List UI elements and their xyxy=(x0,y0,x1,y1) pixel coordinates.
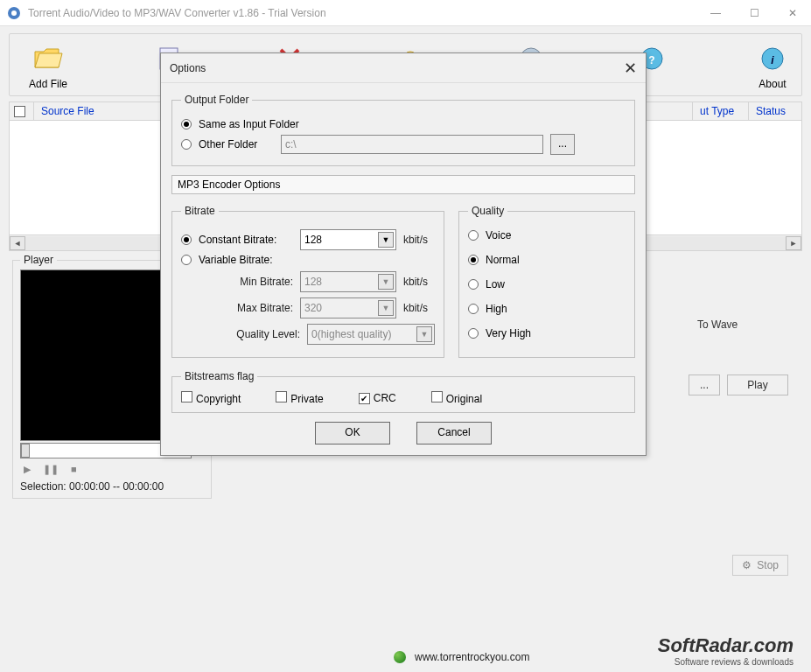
bitrate-legend: Bitrate xyxy=(181,205,219,217)
selection-text: Selection: 00:00:00 -- 00:00:00 xyxy=(20,480,204,493)
bitstreams-group: Bitstreams flag Copyright Private CRC Or… xyxy=(171,370,635,413)
window-title: Torrent Audio/Video to MP3/WAV Converter… xyxy=(28,7,704,19)
about-button[interactable]: i About xyxy=(746,43,799,90)
radio-icon xyxy=(468,304,479,314)
to-wave-label: To Wave xyxy=(689,315,788,334)
minimize-button[interactable]: — xyxy=(704,4,727,22)
checkbox-icon xyxy=(181,391,192,402)
dialog-close-button[interactable]: ✕ xyxy=(624,59,637,78)
info-icon: i xyxy=(757,43,788,74)
main-window: Torrent Audio/Video to MP3/WAV Converter… xyxy=(0,0,811,672)
browse-button[interactable]: ... xyxy=(689,374,720,396)
radio-icon xyxy=(468,279,479,290)
maximize-button[interactable]: ☐ xyxy=(743,4,766,22)
checkbox-icon xyxy=(276,391,287,402)
chevron-down-icon: ▼ xyxy=(378,274,394,290)
col-status[interactable]: Status xyxy=(749,102,801,120)
variable-bitrate-radio[interactable]: Variable Bitrate: xyxy=(181,254,435,266)
stop-icon[interactable]: ■ xyxy=(71,464,77,475)
private-checkbox[interactable]: Private xyxy=(276,391,323,405)
crc-checkbox[interactable]: CRC xyxy=(359,392,396,405)
quality-level-combo[interactable]: 0(highest quality)▼ xyxy=(307,324,435,345)
globe-icon xyxy=(394,651,406,663)
scroll-left-icon[interactable]: ◄ xyxy=(10,236,25,250)
chevron-down-icon: ▼ xyxy=(378,232,394,248)
pause-icon[interactable]: ❚❚ xyxy=(43,464,59,475)
other-folder-input[interactable] xyxy=(281,135,543,154)
radio-icon xyxy=(468,230,479,241)
output-folder-group: Output Folder Same as Input Folder Other… xyxy=(171,94,635,166)
radio-icon xyxy=(181,234,192,245)
radio-icon xyxy=(468,255,479,265)
min-bitrate-combo[interactable]: 128▼ xyxy=(300,271,396,292)
window-controls: — ☐ ✕ xyxy=(704,4,804,22)
ok-button[interactable]: OK xyxy=(315,422,390,444)
dialog-title: Options xyxy=(170,62,624,74)
svg-text:?: ? xyxy=(648,54,654,66)
website-link[interactable]: www.torrentrockyou.com xyxy=(415,651,529,663)
add-file-label: Add File xyxy=(29,78,67,90)
radio-icon xyxy=(468,328,479,339)
bitrate-group: Bitrate Constant Bitrate: 128▼ kbit/s Va… xyxy=(171,205,444,358)
titlebar: Torrent Audio/Video to MP3/WAV Converter… xyxy=(0,0,811,26)
stop-gear-icon: ⚙ xyxy=(742,559,752,571)
dialog-body: Output Folder Same as Input Folder Other… xyxy=(161,83,646,455)
player-controls: ▶ ❚❚ ■ xyxy=(20,464,204,475)
player-title: Player xyxy=(20,254,57,266)
watermark: SoftRadar.com Software reviews & downloa… xyxy=(658,634,794,667)
stop-button[interactable]: ⚙ Stop xyxy=(732,555,788,576)
radio-icon xyxy=(181,255,192,265)
min-bitrate-label: Min Bitrate: xyxy=(225,276,293,288)
constant-bitrate-radio[interactable]: Constant Bitrate: 128▼ kbit/s xyxy=(181,229,435,250)
constant-bitrate-combo[interactable]: 128▼ xyxy=(300,229,396,250)
scroll-right-icon[interactable]: ► xyxy=(786,236,801,250)
mp3-encoder-label: MP3 Encoder Options xyxy=(171,175,635,194)
radio-icon xyxy=(181,139,192,150)
about-label: About xyxy=(759,78,786,90)
checkbox-icon xyxy=(359,393,370,404)
quality-legend: Quality xyxy=(468,205,507,217)
quality-level-label: Quality Level: xyxy=(232,328,300,340)
browse-folder-button[interactable]: ... xyxy=(550,134,575,155)
play-button[interactable]: Play xyxy=(727,374,788,396)
options-dialog: Options ✕ Output Folder Same as Input Fo… xyxy=(160,52,647,456)
quality-voice-radio[interactable]: Voice xyxy=(468,229,626,242)
copyright-checkbox[interactable]: Copyright xyxy=(181,391,241,405)
max-bitrate-combo[interactable]: 320▼ xyxy=(300,298,396,318)
quality-high-radio[interactable]: High xyxy=(468,303,626,315)
play-icon[interactable]: ▶ xyxy=(24,464,31,475)
close-button[interactable]: ✕ xyxy=(781,4,804,22)
dialog-titlebar: Options ✕ xyxy=(161,53,646,83)
folder-icon xyxy=(32,43,64,74)
quality-group: Quality Voice Normal Low High Very High xyxy=(458,205,635,358)
quality-normal-radio[interactable]: Normal xyxy=(468,254,626,266)
cancel-button[interactable]: Cancel xyxy=(416,422,492,444)
select-all-checkbox[interactable] xyxy=(10,102,34,120)
chevron-down-icon: ▼ xyxy=(416,326,432,342)
radio-icon xyxy=(181,119,192,130)
add-file-button[interactable]: Add File xyxy=(22,43,74,90)
app-icon xyxy=(7,6,21,20)
max-bitrate-label: Max Bitrate: xyxy=(225,302,293,314)
output-folder-legend: Output Folder xyxy=(181,94,252,106)
svg-point-1 xyxy=(11,10,17,16)
quality-low-radio[interactable]: Low xyxy=(468,278,626,290)
checkbox-icon xyxy=(431,391,443,402)
chevron-down-icon: ▼ xyxy=(378,300,394,316)
col-out-type[interactable]: ut Type xyxy=(693,102,749,120)
right-panel: To Wave ... Play xyxy=(689,315,788,396)
quality-veryhigh-radio[interactable]: Very High xyxy=(468,327,626,340)
original-checkbox[interactable]: Original xyxy=(431,391,482,405)
other-folder-radio[interactable]: Other Folder ... xyxy=(181,134,626,155)
same-as-input-radio[interactable]: Same as Input Folder xyxy=(181,118,626,130)
bitstreams-legend: Bitstreams flag xyxy=(181,370,257,382)
